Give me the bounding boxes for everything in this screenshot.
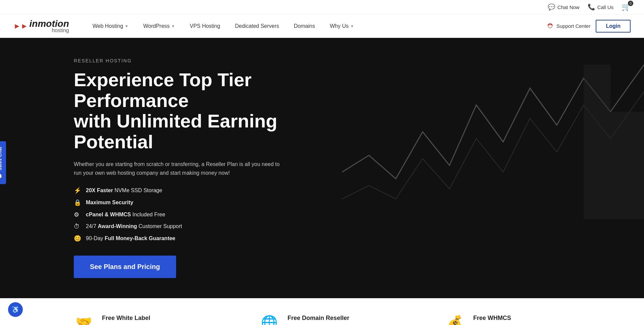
- lock-icon: 🔒: [74, 199, 82, 206]
- smile-icon: 😊: [74, 235, 82, 242]
- logo-arrow-icon: ►►: [13, 22, 28, 31]
- support-icon: ⛑: [547, 22, 554, 30]
- chevron-down-icon: ▼: [350, 24, 354, 28]
- nav-right: ⛑ Support Center Login: [547, 20, 631, 33]
- feature-security: 🔒 Maximum Security: [74, 199, 342, 206]
- hero-content: RESELLER HOSTING Experience Top Tier Per…: [74, 58, 342, 278]
- support-center-label: Support Center: [556, 23, 591, 29]
- feature-faster: ⚡ 20X Faster NVMe SSD Storage: [74, 187, 342, 194]
- whmcs-icon: 💰: [445, 315, 465, 325]
- whmcs-title: Free WHMCS: [473, 315, 597, 322]
- nav-links: Web Hosting ▼ WordPress ▼ VPS Hosting De…: [85, 14, 547, 38]
- feature-white-label: 🤝 Free White Label Use your personalized…: [74, 315, 232, 325]
- clock-icon: ⏱: [74, 223, 82, 230]
- white-label-title: Free White Label: [102, 315, 203, 322]
- svg-rect-1: [610, 112, 644, 219]
- nav-item-web-hosting[interactable]: Web Hosting ▼: [85, 14, 136, 38]
- hero-section: RESELLER HOSTING Experience Top Tier Per…: [0, 38, 644, 298]
- hero-features-list: ⚡ 20X Faster NVMe SSD Storage 🔒 Maximum …: [74, 187, 342, 242]
- hero-chart-bg: [342, 38, 644, 219]
- nav-item-why-us[interactable]: Why Us ▼: [322, 14, 361, 38]
- chat-now-label: Chat Now: [557, 4, 580, 10]
- bottom-features: 🤝 Free White Label Use your personalized…: [0, 298, 644, 325]
- cart-count: 0: [628, 1, 633, 6]
- nav-item-vps-hosting[interactable]: VPS Hosting: [182, 14, 228, 38]
- chat-icon: 💬: [548, 3, 555, 11]
- hero-description: Whether you are starting from scratch or…: [74, 160, 288, 177]
- feature-domain-reseller: 🌐 Free Domain Reseller Make money sellin…: [259, 315, 418, 325]
- nav-item-domains[interactable]: Domains: [286, 14, 322, 38]
- call-us-label: Call Us: [597, 4, 613, 10]
- chevron-down-icon: ▼: [171, 24, 175, 28]
- top-bar: 💬 Chat Now 📞 Call Us 🛒 0: [0, 0, 644, 14]
- chevron-down-icon: ▼: [125, 24, 128, 28]
- see-plans-button[interactable]: See Plans and Pricing: [74, 256, 176, 278]
- lightning-icon: ⚡: [74, 187, 82, 194]
- feature-cpanel: ⚙ cPanel & WHMCS Included Free: [74, 211, 342, 218]
- chat-bubble-icon: 💬: [0, 173, 3, 179]
- hero-title: Experience Top Tier Performance with Unl…: [74, 69, 342, 152]
- white-label-icon: 🤝: [74, 315, 94, 325]
- side-chat-label: Sales Chat: [0, 147, 3, 170]
- accessibility-button[interactable]: ♿: [8, 302, 23, 317]
- chat-now-link[interactable]: 💬 Chat Now: [548, 3, 580, 11]
- nav-item-wordpress[interactable]: WordPress ▼: [136, 14, 182, 38]
- feature-guarantee: 😊 90-Day Full Money-Back Guarantee: [74, 235, 342, 242]
- hero-eyebrow: RESELLER HOSTING: [74, 58, 342, 63]
- svg-rect-0: [584, 65, 610, 219]
- nav-bar: ►► inmotion hosting Web Hosting ▼ WordPr…: [0, 14, 644, 38]
- logo[interactable]: ►► inmotion hosting: [13, 19, 69, 33]
- cpanel-icon: ⚙: [74, 211, 82, 218]
- logo-brand: inmotion: [30, 18, 69, 29]
- nav-item-dedicated-servers[interactable]: Dedicated Servers: [227, 14, 286, 38]
- support-center-link[interactable]: ⛑ Support Center: [547, 22, 591, 30]
- phone-icon: 📞: [588, 3, 595, 11]
- domain-reseller-icon: 🌐: [259, 315, 279, 325]
- accessibility-icon: ♿: [11, 306, 20, 314]
- login-button[interactable]: Login: [596, 20, 631, 33]
- feature-support: ⏱ 24/7 Award-Winning Customer Support: [74, 223, 342, 230]
- side-chat-button[interactable]: 💬 Sales Chat: [0, 141, 6, 184]
- domain-reseller-title: Free Domain Reseller: [287, 315, 418, 322]
- feature-whmcs: 💰 Free WHMCS It is easy to run your busi…: [445, 315, 604, 325]
- call-us-link[interactable]: 📞 Call Us: [588, 3, 613, 11]
- cart-button[interactable]: 🛒 0: [622, 3, 631, 11]
